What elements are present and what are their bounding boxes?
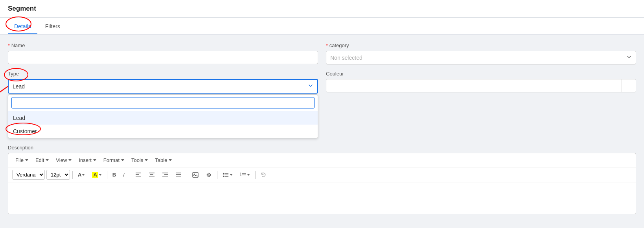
category-label: * category: [326, 42, 636, 48]
align-center-icon: [149, 172, 155, 178]
menu-edit[interactable]: Edit: [32, 156, 52, 165]
justify-icon: [175, 172, 182, 178]
name-required: *: [8, 42, 10, 48]
highlight-chevron-icon: [99, 174, 102, 176]
couleur-input-wrapper: [326, 79, 636, 92]
svg-rect-16: [193, 173, 198, 177]
align-right-icon: [162, 172, 168, 178]
main-content: * Name * category Non selected Typ: [0, 35, 644, 222]
menu-view[interactable]: View: [53, 156, 75, 165]
toolbar-sep-4: [187, 171, 187, 179]
type-select[interactable]: Lead: [8, 79, 318, 94]
svg-text:2.: 2.: [240, 174, 241, 176]
align-right-button[interactable]: [159, 171, 171, 179]
type-option-customer[interactable]: Customer: [8, 125, 318, 138]
tools-menu-chevron-icon: [145, 159, 148, 161]
editor-toolbar: Verdana 12pt A A B I: [8, 167, 636, 182]
description-label: Description: [8, 145, 636, 151]
tabs-bar: Details Filters: [0, 18, 644, 35]
name-group: * Name: [8, 42, 318, 64]
numbered-list-button[interactable]: 1.2.: [237, 171, 253, 179]
insert-menu-chevron-icon: [93, 159, 96, 161]
numbered-list-chevron-icon: [247, 174, 250, 176]
align-left-button[interactable]: [132, 171, 144, 179]
type-option-lead[interactable]: Lead: [8, 111, 318, 125]
bullet-list-button[interactable]: [220, 171, 236, 179]
svg-point-18: [223, 173, 224, 173]
name-label: * Name: [8, 42, 318, 48]
menu-table[interactable]: Table: [152, 156, 175, 165]
align-center-button[interactable]: [146, 171, 158, 179]
tab-details[interactable]: Details: [8, 18, 37, 34]
svg-point-20: [223, 174, 224, 175]
bullet-list-icon: [223, 172, 229, 178]
editor-container: File Edit View Insert Format: [8, 153, 636, 214]
tab-filters-label: Filters: [45, 23, 60, 29]
bold-button[interactable]: B: [110, 170, 119, 179]
page-header: Segment: [0, 0, 644, 18]
format-menu-chevron-icon: [121, 159, 124, 161]
editor-menubar: File Edit View Insert Format: [8, 153, 636, 167]
category-select[interactable]: Non selected: [326, 51, 636, 64]
numbered-list-icon: 1.2.: [240, 172, 246, 178]
font-family-select[interactable]: Verdana: [12, 170, 45, 180]
italic-button[interactable]: I: [120, 170, 127, 179]
couleur-group: Couleur: [326, 71, 636, 92]
type-label: Type: [8, 71, 318, 77]
couleur-input[interactable]: [326, 79, 622, 92]
table-menu-chevron-icon: [169, 159, 172, 161]
type-chevron-icon: [308, 83, 313, 90]
type-group: Type Lead Lead: [8, 71, 318, 138]
toolbar-sep-2: [107, 171, 107, 179]
category-chevron-icon: [626, 54, 632, 61]
image-icon: [192, 172, 199, 178]
tab-filters[interactable]: Filters: [39, 18, 66, 34]
menu-format[interactable]: Format: [100, 156, 127, 165]
couleur-label: Couleur: [326, 71, 636, 77]
type-search-input[interactable]: [11, 97, 315, 108]
file-menu-chevron-icon: [25, 159, 28, 161]
undo-button[interactable]: [258, 171, 270, 179]
link-icon: [206, 172, 212, 178]
tab-details-label: Details: [14, 23, 31, 29]
category-group: * category Non selected: [326, 42, 636, 64]
toolbar-sep-5: [217, 171, 217, 179]
couleur-swatch[interactable]: [622, 79, 636, 92]
toolbar-sep-1: [72, 171, 73, 179]
insert-link-button[interactable]: [203, 171, 215, 179]
category-required: *: [326, 42, 328, 48]
font-color-button[interactable]: A: [75, 170, 88, 179]
insert-image-button[interactable]: [190, 171, 201, 179]
description-section: Description File Edit View Insert: [8, 145, 636, 214]
undo-icon: [261, 172, 267, 178]
page-title: Segment: [8, 5, 36, 12]
category-value: Non selected: [330, 55, 362, 61]
toolbar-sep-3: [130, 171, 130, 179]
bullet-list-chevron-icon: [230, 174, 233, 176]
type-search-wrapper: [8, 95, 318, 111]
svg-point-22: [223, 176, 224, 177]
edit-menu-chevron-icon: [46, 159, 49, 161]
highlight-color-button[interactable]: A: [89, 170, 104, 179]
menu-file[interactable]: File: [12, 156, 31, 165]
justify-button[interactable]: [173, 171, 184, 179]
toolbar-sep-6: [255, 171, 256, 179]
type-value: Lead: [13, 83, 25, 90]
type-dropdown-panel: Lead Customer: [8, 94, 318, 138]
font-color-chevron-icon: [82, 174, 85, 176]
menu-insert[interactable]: Insert: [75, 156, 99, 165]
align-left-icon: [135, 172, 142, 178]
menu-tools[interactable]: Tools: [128, 156, 151, 165]
font-size-select[interactable]: 12pt: [46, 170, 70, 180]
editor-body[interactable]: [8, 182, 636, 214]
view-menu-chevron-icon: [68, 159, 72, 161]
name-input[interactable]: [8, 51, 318, 64]
